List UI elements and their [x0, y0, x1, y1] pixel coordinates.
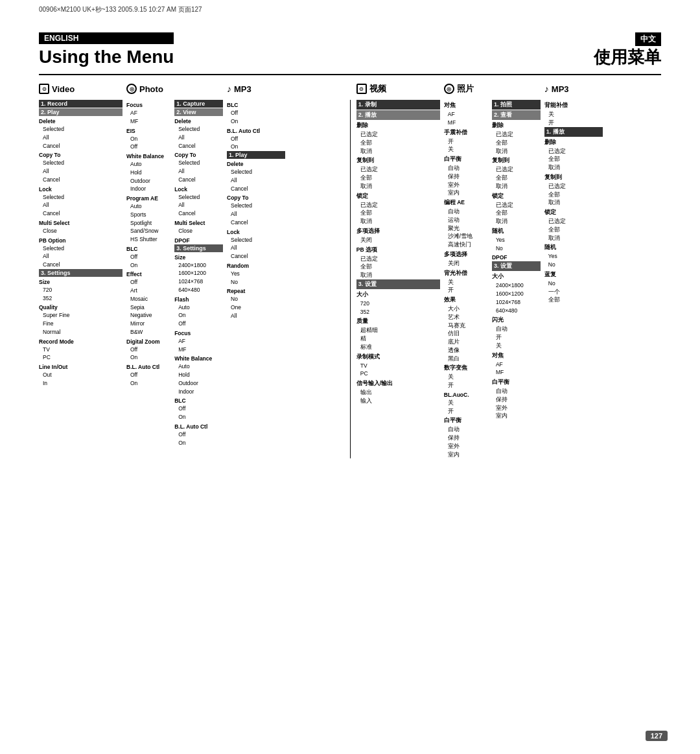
- zh-quality-label: 质量: [356, 318, 440, 325]
- quality-subs: Super FineFineNormal: [39, 311, 122, 336]
- zh-wb-label: 白平衡: [444, 156, 489, 163]
- copyto-subs: SelectedAllCancel: [39, 159, 122, 183]
- photo-flash-subs: AutoOnOff: [174, 303, 223, 328]
- zh-photo-lock-subs: 已选定全部取消: [492, 201, 541, 226]
- photo-copyto-subs: SelectedAllCancel: [174, 159, 223, 183]
- mp3-blc-label: BLC: [227, 102, 285, 108]
- photo-label: Photo: [139, 84, 163, 94]
- photo-focus-subs: AFMF: [174, 337, 223, 354]
- zh-mp3-repeat-label: 蓝复: [544, 271, 603, 279]
- recordmode-label: Record Mode: [39, 338, 122, 345]
- chinese-badge: 中文: [635, 32, 661, 46]
- digitalzoom-label: Digital Zoom: [126, 338, 172, 345]
- mp3-icon-en: ♪: [227, 84, 231, 94]
- zh-handshake-subs: 开关: [444, 137, 489, 154]
- title-right: 中文 使用菜单: [594, 32, 661, 69]
- zh-bglight-subs: 关开: [444, 278, 489, 295]
- size-label: Size: [39, 279, 122, 285]
- whitebalance-label: White Balance: [126, 153, 172, 159]
- video-zh-header: ⊙ 视频: [356, 83, 444, 95]
- mp3-blautoc-label: B.L. Auto Ctl: [227, 128, 285, 134]
- zh-wb2-subs: 自动保持室外室内: [444, 425, 489, 458]
- menu-divider: [39, 74, 661, 75]
- title-left: ENGLISH Using the Menu: [39, 32, 174, 67]
- photo-blautoc-label: B.L. Auto Ctl: [174, 423, 223, 430]
- zh-digitalzoom-label: 数字变焦: [444, 364, 489, 372]
- size-subs: 720352: [39, 286, 122, 303]
- photo-blc-label: BLC: [174, 397, 223, 404]
- zh-recordmode-label: 录制模式: [356, 353, 440, 361]
- zh-effect-subs: 大小艺术马赛克仿旧底片透像黑白: [444, 305, 489, 362]
- zh-play-heading: 2. 播放: [356, 110, 440, 120]
- lock-label: Lock: [39, 186, 122, 193]
- zh-photo-size-label: 大小: [492, 273, 541, 281]
- photo-lock-subs: SelectedAllCancel: [174, 193, 223, 218]
- photo-size-label: Size: [174, 254, 223, 261]
- blautoc-subs2: OffOn: [126, 371, 172, 388]
- zh-mp3-column: 背能补偿 关开 1. 播放 删除 已选定全部取消 复制到 已选定全部取消 锁定 …: [544, 100, 603, 458]
- zh-recordmode-subs: TVPC: [356, 362, 440, 379]
- photo-delete-subs: SelectedAllCancel: [174, 125, 223, 150]
- mp3-en-column: BLC OffOn B.L. Auto Ctl OffOn 1. Play De…: [227, 100, 285, 458]
- zh-blautoc-label: BL.AuoC.: [444, 392, 489, 398]
- photo-multiselect-subs: Close: [174, 227, 223, 235]
- zh-photo-random-label: 随机: [492, 228, 541, 235]
- zh-progae-subs: 自动运动聚光沙滩/雪地高速快门: [444, 207, 489, 249]
- photo-col1: Focus AFMF EIS OnOff White Balance AutoH…: [126, 100, 172, 458]
- zh-progae-label: 编程 AE: [444, 199, 489, 207]
- zh-photo-copy-subs: 已选定全部取消: [492, 165, 541, 190]
- english-content: 1. Record 2. Play Delete SelectedAllCanc…: [39, 100, 344, 458]
- zh-photo-flash-subs: 自动开关: [492, 325, 541, 349]
- photo-wb-subs: AutoHoldOutdoorIndoor: [174, 362, 223, 395]
- photo-settings-heading: 3. Settings: [174, 244, 223, 252]
- zh-photo-focus-subs: AFMF: [492, 360, 541, 377]
- zh-lock-label: 锁定: [356, 193, 440, 200]
- zh-photo-del-subs: 已选定全部取消: [492, 130, 541, 155]
- zh-video-column: 1. 录制 2. 播放 删除 已选定全部取消 复制到 已选定全部取消 锁定 已选…: [356, 100, 444, 458]
- mp3-lock-subs: SelectedAllCancel: [227, 236, 285, 261]
- zh-copyto-subs: 已选定全部取消: [356, 165, 440, 190]
- zh-size-subs: 720352: [356, 300, 440, 316]
- video-label: Video: [52, 84, 75, 94]
- photo-zh-header: ◎ 照片: [444, 83, 544, 95]
- photo-zh-icon: ◎: [444, 84, 454, 94]
- photo-delete-label: Delete: [174, 118, 223, 124]
- mp3-repeat-label: Repeat: [227, 288, 285, 294]
- photo-copyto-label: Copy To: [174, 152, 223, 158]
- delete-label: Delete: [39, 118, 122, 124]
- zh-record-heading: 1. 录制: [356, 100, 440, 110]
- zh-focus-subs: AFMF: [444, 110, 489, 127]
- english-badge: ENGLISH: [39, 32, 174, 44]
- page-header: 00906×M2100 UK+秒~133 2005.9.15 10:27 AM …: [0, 0, 700, 19]
- photo-dpof-label: DPOF: [174, 237, 223, 244]
- photo-section-header: ◎ Photo: [126, 83, 227, 95]
- photo-size-subs: 2400×18001600×12001024×768640×480: [174, 261, 223, 294]
- zh-photo-del-label: 删除: [492, 122, 541, 130]
- zh-mp3-delete-subs: 已选定全部取消: [544, 147, 603, 172]
- section-headers: ⊙ Video ◎ Photo ♪ MP3 ⊙ 视频 ◎ 照片: [39, 83, 661, 95]
- delete-subs: SelectedAllCancel: [39, 125, 122, 150]
- zh-focus-label: 对焦: [444, 102, 489, 110]
- center-divider: [344, 100, 356, 458]
- eis-subs: OnOff: [126, 135, 172, 152]
- record-heading: 1. Record: [39, 100, 122, 108]
- digitalzoom-subs: OffOn: [126, 346, 172, 362]
- lineinout-label: Line In/Out: [39, 364, 122, 370]
- play-heading: 2. Play: [39, 108, 122, 116]
- lineinout-subs: OutIn: [39, 371, 122, 388]
- zh-multisel-subs: 关闭: [356, 236, 440, 244]
- zh-mp3-lock-label: 锁定: [544, 209, 603, 217]
- zh-section-headers: ⊙ 视频 ◎ 照片 ♪ MP3: [356, 83, 661, 95]
- video-column: 1. Record 2. Play Delete SelectedAllCanc…: [39, 100, 126, 458]
- zh-multisel2-subs: 关闭: [444, 259, 489, 268]
- programae-subs: AutoSportsSpotlightSand/SnowHS Shutter: [126, 202, 172, 244]
- mp3-zh-icon: ♪: [544, 84, 549, 94]
- zh-lineinout-label: 信号输入/输出: [356, 380, 440, 388]
- header-text: 00906×M2100 UK+秒~133 2005.9.15 10:27 AM …: [39, 6, 202, 13]
- zh-copyto-label: 复制到: [356, 157, 440, 165]
- mp3-lock-label: Lock: [227, 229, 285, 235]
- zh-mp3-copyto-label: 复制到: [544, 174, 603, 182]
- zh-delete-subs: 已选定全部取消: [356, 130, 440, 155]
- zh-effect-label: 效果: [444, 296, 489, 304]
- mp3-zh-label: MP3: [552, 84, 569, 94]
